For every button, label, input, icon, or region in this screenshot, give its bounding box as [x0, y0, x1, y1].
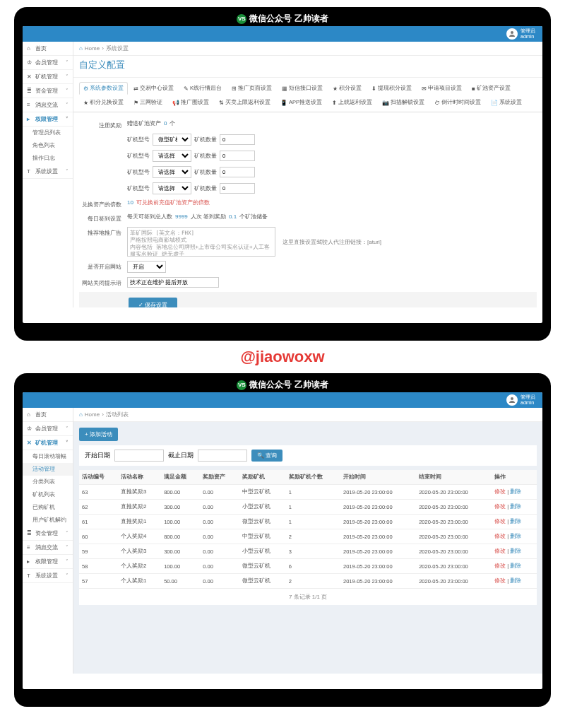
close-hint-input[interactable]	[127, 277, 219, 288]
tab-6[interactable]: ⬇提现积分设置	[367, 82, 416, 95]
miner-qty-input-0[interactable]	[220, 134, 255, 145]
add-activity-button[interactable]: + 添加活动	[79, 428, 118, 441]
miner-qty-input-3[interactable]	[220, 183, 255, 194]
menu-icon: ✕	[27, 440, 34, 446]
tab-2[interactable]: ✎K线行情后台	[179, 82, 226, 95]
end-date-label: 截止日期	[168, 451, 194, 460]
breadcrumb-current: 活动列表	[106, 411, 129, 418]
sidebar-item-6[interactable]: T 系统设置˅	[23, 569, 73, 583]
tab-16[interactable]: ⏱倒计时时间设置	[430, 96, 485, 109]
search-button[interactable]: 🔍 查询	[251, 450, 282, 462]
delete-link[interactable]: 删除	[510, 533, 521, 539]
main-content: ⌂ Home › 活动列表 + 添加活动 开始日期 截止日期 🔍 查询	[73, 408, 542, 674]
form: 注册奖励赠送矿池资产 0 个矿机型号 微型矿机 矿机数量 矿机型号 请选择 矿机…	[73, 112, 542, 307]
sidebar-item-6[interactable]: T 系统设置˅	[23, 165, 73, 179]
sidebar-item-4[interactable]: ≡ 消息交流˅	[23, 98, 73, 112]
sidebar-sub-0[interactable]: 每日滚动墙幅	[23, 450, 73, 463]
edit-link[interactable]: 修改	[494, 488, 506, 495]
edit-link[interactable]: 修改	[494, 563, 506, 569]
tab-11[interactable]: 📢推广图设置	[168, 96, 213, 109]
edit-link[interactable]: 修改	[494, 518, 506, 524]
tab-3[interactable]: ⊞推广页面设置	[227, 82, 276, 95]
sidebar-sub-3[interactable]: 矿机列表	[23, 488, 73, 501]
sidebar-item-1[interactable]: ♔ 会员管理˅	[23, 422, 73, 436]
chevron-icon: ˅	[66, 559, 69, 565]
edit-link[interactable]: 修改	[494, 533, 506, 539]
tab-5[interactable]: ★积分设置	[328, 82, 366, 95]
tab-4[interactable]: ▦短信接口设置	[278, 82, 327, 95]
sidebar-item-5[interactable]: ▸ 权限管理˅	[23, 555, 73, 569]
sidebar-sub-5[interactable]: 用户矿机解约	[23, 514, 73, 527]
promo-textarea[interactable]: 革矿国际 [英文名：FHX] 严格按照电商影城模式 内容包括 落地总公司牌照+上…	[127, 227, 275, 257]
tab-14[interactable]: ⬆上线返利设置	[328, 96, 376, 109]
sidebar-sub-4[interactable]: 已购矿机	[23, 501, 73, 514]
edit-link[interactable]: 修改	[494, 503, 506, 510]
tab-icon: ★	[83, 100, 88, 106]
enable-select[interactable]: 开启	[127, 261, 166, 273]
user-menu[interactable]: 管理员admin	[506, 28, 535, 40]
end-date-input[interactable]	[198, 450, 247, 462]
table-header: 活动编号	[79, 470, 118, 485]
miner-qty-input-1[interactable]	[220, 151, 255, 161]
sidebar-sub-2[interactable]: 操作日志	[23, 152, 73, 165]
tab-icon: ⏱	[434, 100, 440, 106]
sidebar-item-0[interactable]: ⌂ 首页	[23, 408, 73, 422]
miner-type-select-1[interactable]: 请选择	[153, 150, 191, 162]
miner-type-select-0[interactable]: 微型矿机	[153, 134, 191, 146]
menu-icon: ⌂	[27, 45, 34, 52]
menu-icon: ♔	[27, 59, 34, 66]
save-button[interactable]: ✓ 保存设置	[129, 298, 177, 307]
chevron-icon: ˅	[66, 531, 69, 536]
breadcrumb-home[interactable]: Home	[85, 45, 100, 52]
miner-type-select-3[interactable]: 请选择	[153, 182, 191, 194]
tab-17[interactable]: 📄系统设置	[487, 96, 526, 109]
sidebar-item-4[interactable]: ≡ 消息交流˅	[23, 541, 73, 555]
tab-8[interactable]: ■矿池资产设置	[468, 82, 515, 95]
sidebar-item-3[interactable]: ≣ 资金管理˅	[23, 84, 73, 98]
sidebar-sub-1[interactable]: 角色列表	[23, 139, 73, 152]
sidebar-item-2[interactable]: ✕ 矿机管理˅	[23, 436, 73, 450]
sidebar-item-5[interactable]: ▸ 权限管理˅	[23, 112, 73, 127]
tab-10[interactable]: ⚑三网验证	[129, 96, 167, 109]
sidebar-item-1[interactable]: ♔ 会员管理˅	[23, 56, 73, 70]
chevron-icon: ˅	[66, 573, 69, 579]
tab-12[interactable]: ⇅买卖上限返利设置	[215, 96, 275, 109]
sidebar-sub-0[interactable]: 管理员列表	[23, 127, 73, 139]
delete-link[interactable]: 删除	[510, 503, 521, 510]
menu-icon: ≣	[27, 88, 34, 94]
start-date-input[interactable]	[114, 450, 164, 462]
table-row: 62直推奖励2300.000.00小型云矿机12019-05-20 23:00:…	[79, 500, 537, 515]
tab-9[interactable]: ★积分兑换设置	[79, 96, 128, 109]
miner-qty-input-2[interactable]	[220, 167, 255, 177]
sidebar-item-3[interactable]: ≣ 资金管理˅	[23, 527, 73, 541]
tab-15[interactable]: 📷扫描解锁设置	[378, 96, 429, 109]
tab-7[interactable]: ✉申请项目设置	[417, 82, 466, 95]
user-menu[interactable]: 管理员admin	[506, 394, 535, 406]
tab-13[interactable]: 📱APP推送设置	[276, 96, 326, 109]
sidebar-item-0[interactable]: ⌂ 首页	[23, 42, 73, 56]
miner-type-select-2[interactable]: 请选择	[153, 166, 191, 178]
sidebar-sub-2[interactable]: 分类列表	[23, 476, 73, 488]
main-content: ⌂ Home › 系统设置 自定义配置 ⚙系统参数设置⇄交易中心设置✎K线行情后…	[73, 42, 542, 307]
table-header: 结束时间	[416, 470, 492, 485]
edit-link[interactable]: 修改	[494, 577, 506, 584]
tab-icon: ⚑	[133, 100, 138, 106]
delete-link[interactable]: 删除	[510, 577, 521, 584]
table-row: 61直推奖励1100.000.00微型云矿机12019-05-20 23:00:…	[79, 515, 537, 529]
sidebar-item-2[interactable]: ✕ 矿机管理˅	[23, 70, 73, 84]
table-header: 开始时间	[340, 470, 416, 485]
breadcrumb-home[interactable]: Home	[85, 411, 100, 418]
sidebar-sub-1[interactable]: 活动管理	[23, 463, 73, 476]
brand-text: 微信公众号 乙帅读者	[249, 379, 328, 391]
home-icon: ⌂	[79, 45, 83, 52]
tab-1[interactable]: ⇄交易中心设置	[129, 82, 178, 95]
table-header: 满足金额	[161, 470, 200, 485]
edit-link[interactable]: 修改	[494, 548, 506, 554]
delete-link[interactable]: 删除	[510, 488, 521, 495]
delete-link[interactable]: 删除	[510, 548, 521, 554]
tab-icon: ⬆	[332, 100, 337, 106]
tab-0[interactable]: ⚙系统参数设置	[79, 82, 128, 95]
tab-icon: 📷	[382, 100, 389, 106]
delete-link[interactable]: 删除	[510, 518, 521, 524]
delete-link[interactable]: 删除	[510, 563, 521, 569]
